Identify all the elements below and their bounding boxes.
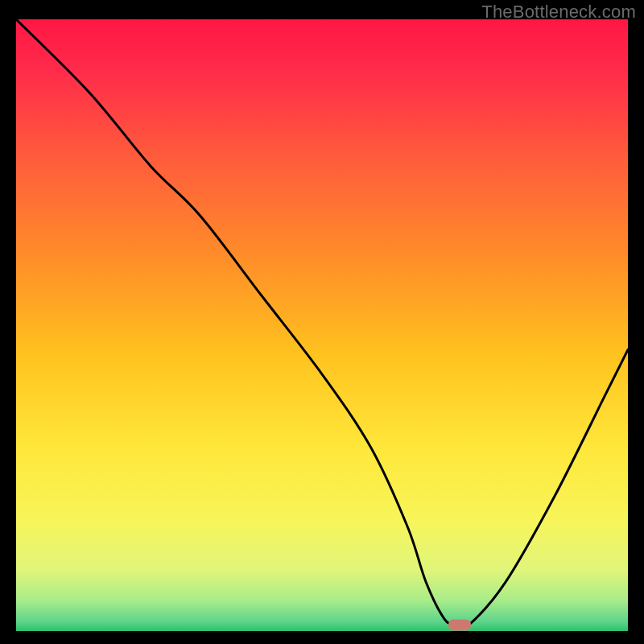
chart-svg (16, 19, 628, 631)
gradient-background (16, 19, 628, 631)
chart-plot-area (16, 19, 628, 631)
highlight-marker (448, 619, 471, 630)
chart-frame: TheBottleneck.com (0, 0, 644, 644)
